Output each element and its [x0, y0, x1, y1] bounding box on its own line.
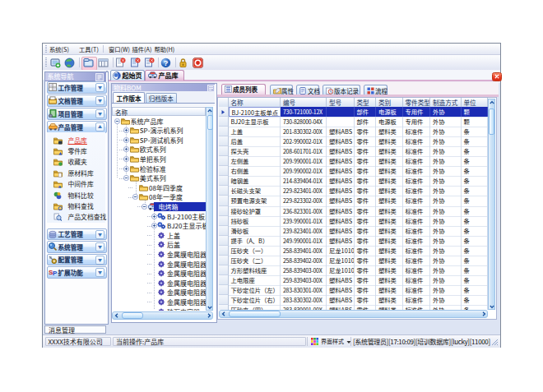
- svg-text:?: ?: [163, 58, 168, 67]
- svg-text:P: P: [53, 270, 58, 277]
